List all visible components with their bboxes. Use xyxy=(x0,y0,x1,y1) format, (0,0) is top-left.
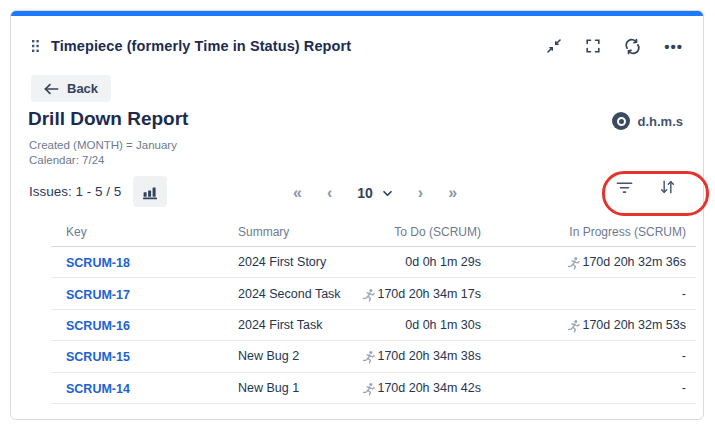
page-size-value: 10 xyxy=(357,185,373,201)
gadget-header-actions: ••• xyxy=(546,38,683,55)
inprogress-duration: - xyxy=(682,381,686,395)
arrow-left-icon xyxy=(44,83,59,95)
todo-duration: 170d 20h 34m 42s xyxy=(377,381,481,395)
refresh-button[interactable] xyxy=(624,38,641,55)
pagination-first-button[interactable]: « xyxy=(287,182,308,204)
issue-summary: 2024 First Story xyxy=(238,255,351,269)
drag-handle-icon[interactable] xyxy=(31,39,40,53)
sort-button[interactable] xyxy=(658,178,677,196)
issue-summary: 2024 First Task xyxy=(238,318,351,332)
todo-duration: 0d 0h 1m 30s xyxy=(405,318,481,332)
running-icon xyxy=(361,288,375,302)
more-icon: ••• xyxy=(664,39,683,54)
issue-key-link[interactable]: SCRUM-15 xyxy=(66,350,130,364)
issue-summary: New Bug 2 xyxy=(238,349,351,363)
pagination: « ‹ 10 › » xyxy=(287,174,463,212)
table-row: SCRUM-17 2024 Second Task 170d 20h 34m 1… xyxy=(51,278,696,309)
pagination-prev-button[interactable]: ‹ xyxy=(321,182,338,204)
running-icon xyxy=(361,350,375,364)
inprogress-duration: 170d 20h 32m 53s xyxy=(582,318,686,332)
chart-view-button[interactable] xyxy=(133,176,167,207)
collapse-icon xyxy=(546,38,562,54)
page-title: Drill Down Report xyxy=(28,108,188,130)
issues-count-label: Issues: 1 - 5 / 5 xyxy=(29,184,121,199)
back-button[interactable]: Back xyxy=(31,75,111,102)
report-calendar-line: Calendar: 7/24 xyxy=(29,154,104,166)
table-row: SCRUM-15 New Bug 2 170d 20h 34m 38s - xyxy=(51,341,696,372)
duration-format-label: d.h.m.s xyxy=(637,114,683,129)
pagination-last-button[interactable]: » xyxy=(442,182,463,204)
collapse-button[interactable] xyxy=(546,38,562,54)
table-row: SCRUM-18 2024 First Story 0d 0h 1m 29s 1… xyxy=(51,247,696,278)
drag-dots-icon xyxy=(31,39,40,53)
column-header-inprogress[interactable]: In Progress (SCRUM) xyxy=(481,225,696,239)
sort-icon xyxy=(658,178,677,196)
issue-key-link[interactable]: SCRUM-17 xyxy=(66,288,130,302)
table-row: SCRUM-14 New Bug 1 170d 20h 34m 42s - xyxy=(51,373,696,404)
fullscreen-button[interactable] xyxy=(585,38,601,54)
gadget-accent-bar xyxy=(11,11,703,16)
gadget-header: Timepiece (formerly Time in Status) Repo… xyxy=(31,34,683,58)
duration-format-indicator: d.h.m.s xyxy=(612,112,683,130)
fullscreen-icon xyxy=(585,38,601,54)
page-size-select[interactable]: 10 xyxy=(351,183,399,203)
column-header-key[interactable]: Key xyxy=(51,225,238,239)
todo-duration: 0d 0h 1m 29s xyxy=(405,255,481,269)
chevron-down-icon xyxy=(382,190,393,197)
gadget-title: Timepiece (formerly Time in Status) Repo… xyxy=(51,38,351,54)
eye-icon xyxy=(612,112,630,130)
issue-summary: 2024 Second Task xyxy=(238,287,351,301)
back-button-label: Back xyxy=(67,81,98,96)
running-icon xyxy=(566,319,580,333)
inprogress-duration: - xyxy=(682,349,686,363)
gadget-card: Timepiece (formerly Time in Status) Repo… xyxy=(10,10,704,420)
running-icon xyxy=(361,382,375,396)
issue-key-link[interactable]: SCRUM-16 xyxy=(66,319,130,333)
issue-summary: New Bug 1 xyxy=(238,381,351,395)
report-filter-line: Created (MONTH) = January xyxy=(29,139,177,151)
dashboard-screen: Timepiece (formerly Time in Status) Repo… xyxy=(0,0,715,427)
pagination-next-button[interactable]: › xyxy=(412,182,429,204)
table-tools xyxy=(615,178,677,196)
running-icon xyxy=(566,256,580,270)
bar-chart-icon xyxy=(141,184,159,200)
todo-duration: 170d 20h 34m 38s xyxy=(377,349,481,363)
todo-duration: 170d 20h 34m 17s xyxy=(377,287,481,301)
more-options-button[interactable]: ••• xyxy=(664,39,683,54)
filter-button[interactable] xyxy=(615,178,634,196)
column-header-todo[interactable]: To Do (SCRUM) xyxy=(351,225,481,239)
table-header-row: Key Summary To Do (SCRUM) In Progress (S… xyxy=(51,217,696,247)
table-row: SCRUM-16 2024 First Task 0d 0h 1m 30s 17… xyxy=(51,310,696,341)
filter-icon xyxy=(615,178,634,196)
issues-table: Key Summary To Do (SCRUM) In Progress (S… xyxy=(51,217,696,404)
inprogress-duration: 170d 20h 32m 36s xyxy=(582,255,686,269)
column-header-summary[interactable]: Summary xyxy=(238,225,351,239)
inprogress-duration: - xyxy=(682,287,686,301)
table-controls-row: Issues: 1 - 5 / 5 « ‹ 10 xyxy=(11,174,703,212)
refresh-icon xyxy=(624,38,641,55)
issue-key-link[interactable]: SCRUM-14 xyxy=(66,382,130,396)
issue-key-link[interactable]: SCRUM-18 xyxy=(66,256,130,270)
